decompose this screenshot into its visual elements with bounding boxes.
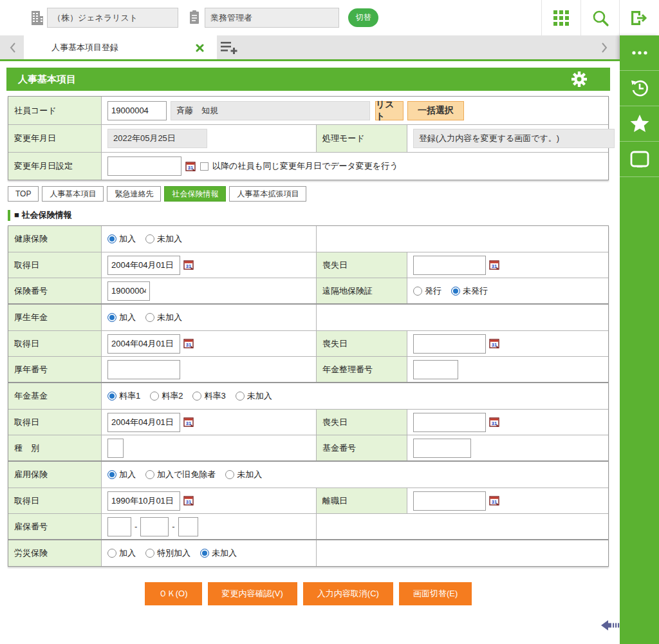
- collapse-arrow-icon[interactable]: [600, 618, 620, 635]
- calendar-icon[interactable]: 31: [183, 260, 194, 270]
- calendar-icon[interactable]: 31: [489, 338, 500, 349]
- radio-option[interactable]: 未加入: [145, 233, 182, 245]
- radio-option[interactable]: 料率1: [107, 390, 140, 402]
- pension-fund-table: 年金基金 料率1料率2料率3未加入 取得日 31 喪失日 31 種 別 基金番号: [8, 383, 609, 461]
- switch-button[interactable]: 切替: [348, 8, 378, 27]
- pension-acq-input[interactable]: [107, 334, 180, 354]
- employment-number-input-3[interactable]: [178, 517, 198, 536]
- chevron-right-icon[interactable]: [600, 41, 609, 53]
- calendar-icon[interactable]: 31: [185, 161, 196, 172]
- radio-unselected-icon[interactable]: [145, 313, 154, 322]
- nav-tab[interactable]: 社会保険情報: [164, 186, 226, 202]
- accident-label: 労災保険: [8, 540, 102, 566]
- building-icon: [30, 10, 45, 29]
- radio-option[interactable]: 料率3: [192, 390, 225, 402]
- radio-option[interactable]: 未加入: [236, 390, 272, 402]
- radio-option[interactable]: 未加入: [225, 469, 262, 480]
- radio-selected-icon[interactable]: [107, 313, 116, 322]
- radio-option[interactable]: 加入: [107, 469, 136, 480]
- health-acq-input[interactable]: [107, 256, 180, 275]
- fund-number-input[interactable]: [413, 439, 471, 458]
- confirm-changes-button[interactable]: 変更内容確認(V): [208, 582, 297, 605]
- more-icon[interactable]: [620, 35, 659, 71]
- nav-tab[interactable]: 人事基本拡張項目: [229, 186, 306, 202]
- svg-text:31: 31: [186, 499, 191, 505]
- radio-selected-icon[interactable]: [107, 392, 116, 401]
- radio-option[interactable]: 加入: [107, 312, 136, 323]
- health-loss-input[interactable]: [413, 256, 486, 275]
- same-date-checkbox[interactable]: [200, 162, 209, 171]
- add-tab-icon[interactable]: [221, 41, 240, 55]
- company-input[interactable]: [47, 8, 178, 28]
- tab-close-icon[interactable]: [196, 43, 204, 55]
- change-date-setting-input[interactable]: [107, 156, 181, 176]
- logout-icon[interactable]: [620, 0, 658, 35]
- radio-option[interactable]: 発行: [413, 285, 441, 297]
- nav-tab[interactable]: 人事基本項目: [42, 186, 104, 202]
- pension-loss-input[interactable]: [413, 334, 486, 354]
- radio-option[interactable]: 未加入: [200, 547, 237, 559]
- process-mode-field: 登録(入力内容を変更する画面です。): [413, 129, 615, 148]
- radio-option[interactable]: 未加入: [145, 312, 182, 323]
- employee-code-input[interactable]: [107, 101, 167, 120]
- radio-option[interactable]: 未発行: [451, 285, 488, 297]
- cancel-input-button[interactable]: 入力内容取消(C): [303, 582, 393, 605]
- tab-bar: 人事基本項目登録: [0, 35, 620, 59]
- radio-unselected-icon[interactable]: [413, 287, 422, 296]
- radio-selected-icon[interactable]: [107, 234, 116, 243]
- acq-date-label: 取得日: [8, 410, 102, 435]
- fund-type-input[interactable]: [107, 439, 124, 458]
- favorite-star-icon[interactable]: [620, 106, 659, 142]
- calendar-icon[interactable]: 31: [183, 338, 194, 349]
- radio-option[interactable]: 加入: [107, 547, 136, 559]
- radio-unselected-icon[interactable]: [145, 470, 154, 479]
- calendar-icon[interactable]: 31: [489, 260, 500, 270]
- calendar-icon[interactable]: 31: [489, 417, 500, 428]
- radio-option[interactable]: 特別加入: [145, 547, 190, 559]
- calendar-icon[interactable]: 31: [183, 495, 194, 506]
- radio-option[interactable]: 加入: [107, 233, 136, 245]
- chevron-left-icon[interactable]: [9, 41, 18, 53]
- radio-selected-icon[interactable]: [107, 470, 116, 479]
- radio-unselected-icon[interactable]: [145, 234, 154, 243]
- pension-seiri-input[interactable]: [413, 360, 458, 379]
- apps-grid-icon[interactable]: [542, 0, 580, 35]
- employment-acq-input[interactable]: [107, 491, 180, 511]
- radio-option[interactable]: 加入で旧免除者: [145, 469, 216, 480]
- calendar-icon[interactable]: 31: [489, 495, 500, 506]
- employment-number-input-2[interactable]: [140, 517, 169, 536]
- nav-tab[interactable]: TOP: [8, 186, 39, 202]
- fund-loss-input[interactable]: [413, 413, 486, 432]
- leave-date-label: 離職日: [317, 488, 407, 513]
- employment-number-input-1[interactable]: [107, 517, 131, 536]
- calendar-icon[interactable]: 31: [183, 417, 194, 428]
- radio-unselected-icon[interactable]: [192, 392, 201, 401]
- radio-selected-icon[interactable]: [451, 287, 460, 296]
- radio-unselected-icon[interactable]: [107, 549, 116, 558]
- insurance-number-input[interactable]: [107, 281, 150, 301]
- top-bar: 切替: [0, 0, 659, 35]
- radio-option-label: 未加入: [247, 390, 272, 402]
- pension-number-input[interactable]: [107, 360, 180, 379]
- fund-acq-input[interactable]: [107, 413, 180, 432]
- list-button[interactable]: リスト: [375, 101, 404, 120]
- tab-item-active[interactable]: 人事基本項目登録: [24, 35, 217, 59]
- role-input[interactable]: [205, 8, 339, 28]
- radio-unselected-icon[interactable]: [150, 392, 159, 401]
- bulk-select-button[interactable]: 一括選択: [407, 101, 464, 120]
- svg-text:31: 31: [188, 164, 193, 170]
- gear-icon[interactable]: [571, 71, 587, 87]
- radio-option[interactable]: 料率2: [150, 390, 183, 402]
- memo-icon[interactable]: [620, 142, 659, 177]
- radio-unselected-icon[interactable]: [145, 549, 154, 558]
- radio-selected-icon[interactable]: [200, 549, 209, 558]
- history-icon[interactable]: [620, 71, 659, 106]
- accident-enroll-row: 労災保険 加入特別加入未加入: [8, 540, 608, 566]
- switch-screen-button[interactable]: 画面切替(E): [399, 582, 472, 605]
- radio-unselected-icon[interactable]: [225, 470, 234, 479]
- ok-button[interactable]: ＯＫ(O): [145, 582, 202, 605]
- radio-unselected-icon[interactable]: [236, 392, 245, 401]
- search-icon[interactable]: [581, 0, 620, 35]
- nav-tab[interactable]: 緊急連絡先: [107, 186, 161, 202]
- employment-leave-input[interactable]: [413, 491, 486, 511]
